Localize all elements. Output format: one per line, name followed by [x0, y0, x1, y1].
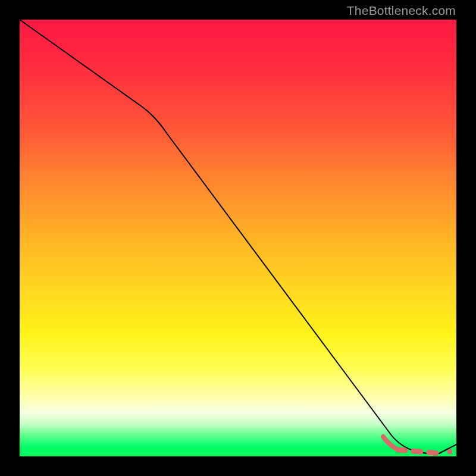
plot-area: [20, 20, 456, 456]
optimal-range-marker: [398, 450, 440, 453]
optimal-range-end-dot: [447, 449, 453, 455]
bottleneck-curve: [20, 20, 456, 453]
watermark-text: TheBottleneck.com: [347, 4, 456, 18]
chart-svg: [20, 20, 456, 456]
chart-stage: TheBottleneck.com: [0, 0, 476, 476]
optimal-range-lead: [383, 437, 398, 450]
